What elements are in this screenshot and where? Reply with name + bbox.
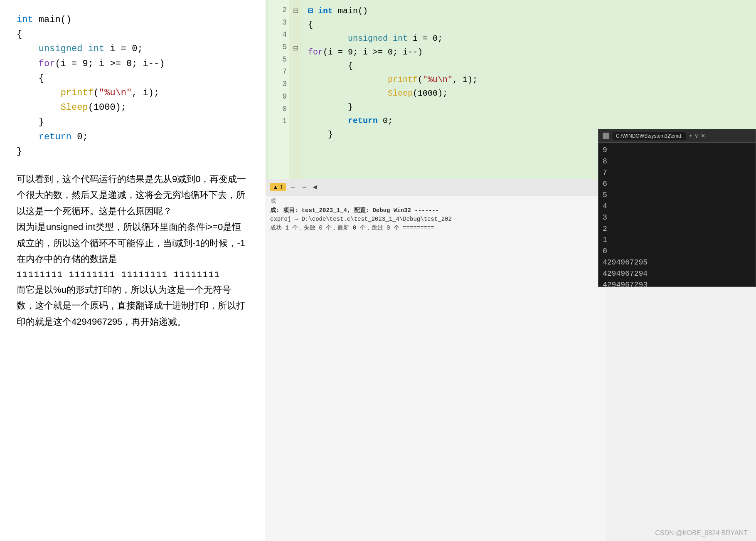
code-line-6: printf("%u\n", i); <box>17 86 249 100</box>
line-num: 0 <box>271 103 287 116</box>
ide-kw-return: return <box>348 116 378 126</box>
ide-output-area: 成 成: 项目: test_2023_1_4, 配置: Debug Win32 … <box>266 195 606 541</box>
kw-int: int <box>17 15 33 25</box>
ide-code-text: , i); <box>453 75 478 84</box>
cmd-num-9: 9 <box>603 145 751 156</box>
cmd-num-0: 0 <box>603 246 751 257</box>
left-panel: int main() { unsigned int i = 0; for(i =… <box>0 0 266 541</box>
cmd-output-numbers: 9 8 7 6 5 4 3 2 1 0 4294967295 429496729… <box>603 145 751 287</box>
code-line-9: return 0; <box>17 130 249 144</box>
ide-code-text: i = 0; <box>413 34 443 43</box>
code-line-5: { <box>17 71 249 86</box>
cmd-close[interactable]: ✕ <box>701 133 705 139</box>
line-num: 1 <box>271 115 287 128</box>
output-line-1: 成: 项目: test_2023_1_4, 配置: Debug Win32 --… <box>270 206 602 215</box>
ide-fn-printf: printf <box>388 75 418 84</box>
cmd-num-large-3: 4294967293 <box>603 279 751 287</box>
code-text: (i = 9; i >= 0; i--) <box>55 59 165 69</box>
ide-code-line-5: { <box>308 59 750 73</box>
ide-kw-int: ⊟ int <box>308 6 333 16</box>
code-line-2: { <box>17 27 249 42</box>
ide-code-line-6: printf("%u\n", i); <box>308 73 750 86</box>
line-num: 3 <box>271 78 287 91</box>
bits: 11111111 11111111 11111111 11111111 <box>17 267 249 282</box>
ide-code-line-9: return 0; <box>308 114 750 128</box>
back-arrow[interactable]: ← <box>290 183 297 191</box>
code-text: main() <box>39 15 71 25</box>
gutter-blank <box>289 79 302 91</box>
line-num: 3 <box>271 17 287 29</box>
ide-fn-sleep: Sleep <box>388 89 413 98</box>
cmd-num-large-2: 4294967294 <box>603 268 751 279</box>
collapse-icon-2[interactable]: ⊟ <box>289 42 302 54</box>
cmd-num-4: 4 <box>603 201 751 212</box>
ide-code-text: (i = 9; i >= 0; i--) <box>323 47 423 57</box>
ide-code-text: main() <box>338 6 368 16</box>
code-line-10: } <box>17 144 249 159</box>
ide-code-line-3: unsigned int i = 0; <box>308 32 750 45</box>
cmd-num-8: 8 <box>603 156 751 167</box>
ide-code-text: 0; <box>383 116 393 126</box>
ide-code-line-8: } <box>308 100 750 114</box>
cmd-plus[interactable]: + <box>689 133 692 139</box>
ide-kw-unsigned: unsigned <box>348 34 388 43</box>
ide-code-line-4: for(i = 9; i >= 0; i--) <box>308 45 750 59</box>
cmd-num-2: 2 <box>603 223 751 235</box>
line-num: 5 <box>271 54 287 66</box>
gutter-blank <box>289 17 302 29</box>
para3: 而它是以%u的形式打印的，所以认为这是一个无符号数，这个就是一个原码，直接翻译成… <box>17 282 249 330</box>
para1: 可以看到，这个代码运行的结果是先从9减到0，再变成一个很大的数，然后又是递减，这… <box>17 171 249 220</box>
code-line-7: Sleep(1000); <box>17 100 249 115</box>
fn-sleep: Sleep <box>61 102 88 113</box>
gutter-blank <box>289 54 302 67</box>
gutter-blank <box>289 67 302 79</box>
ide-kw-for: for <box>308 47 323 57</box>
cmd-num-large-1: 4294967295 <box>603 257 751 268</box>
gutter-blank <box>289 116 302 129</box>
cmd-num-1: 1 <box>603 235 751 246</box>
code-text: i = 0; <box>110 44 143 54</box>
code-line-4: for(i = 9; i >= 0; i--) <box>17 57 249 71</box>
ide-line-numbers: 2 3 4 5 5 7 3 9 0 1 <box>268 0 289 179</box>
cmd-num-7: 7 <box>603 167 751 178</box>
code-text: ( <box>94 88 99 98</box>
line-num: 2 <box>271 4 287 17</box>
error-indicator: ▲ 1 <box>270 183 286 191</box>
line-num: 4 <box>271 29 287 41</box>
cmd-body: 9 8 7 6 5 4 3 2 1 0 4294967295 429496729… <box>598 143 756 287</box>
ide-code-line-2: { <box>308 18 750 32</box>
forward-arrow[interactable]: → <box>301 183 308 191</box>
ide-kw-int2: int <box>393 34 408 43</box>
line-num: 9 <box>271 91 287 103</box>
fn-printf: printf <box>61 88 94 98</box>
prev-arrow[interactable]: ◄ <box>312 183 318 191</box>
code-line-1: int main() <box>17 12 249 27</box>
gutter-blank <box>289 104 302 116</box>
ide-code-line-1: ⊟ int main() <box>308 4 750 18</box>
kw-int2: int <box>88 44 105 54</box>
cmd-num-3: 3 <box>603 212 751 223</box>
kw-for: for <box>39 59 55 69</box>
cmd-tab[interactable]: C:\WINDOWS\system32\cmd. <box>613 132 686 140</box>
code-line-8: } <box>17 115 249 129</box>
csdn-footer: CSDN @KOBE_0824 BRYANT <box>655 529 748 537</box>
line-num: 7 <box>271 66 287 78</box>
para2: 因为i是unsigned int类型，所以循环里面的条件i>=0是恒成立的，所以… <box>17 219 249 267</box>
cmd-titlebar: C:\WINDOWS\system32\cmd. + ∨ ✕ <box>598 129 756 143</box>
ide-code-text: (1000); <box>413 89 448 98</box>
str-format: "%u\n" <box>99 88 132 98</box>
cmd-controls: + ∨ ✕ <box>689 133 705 139</box>
code-text: 0; <box>77 132 88 142</box>
main-container: int main() { unsigned int i = 0; for(i =… <box>0 0 756 541</box>
cmd-num-6: 6 <box>603 178 751 190</box>
right-panel: 2 3 4 5 5 7 3 9 0 1 ⊟ ⊟ <box>266 0 756 541</box>
cmd-window: C:\WINDOWS\system32\cmd. + ∨ ✕ 9 8 7 6 5… <box>598 129 756 287</box>
code-block-left: int main() { unsigned int i = 0; for(i =… <box>17 12 249 159</box>
cmd-chevron[interactable]: ∨ <box>694 133 699 139</box>
output-line-2: cxproj → D:\code\test.c\test_2023_1_4\De… <box>270 215 602 224</box>
cmd-num-5: 5 <box>603 190 751 201</box>
kw-return: return <box>39 132 71 142</box>
ide-str-format: "%u\n" <box>423 75 453 84</box>
output-line-3: 成功 1 个，失败 0 个，最新 0 个，跳过 0 个 ========= <box>270 224 602 232</box>
collapse-icon-1[interactable]: ⊟ <box>289 4 302 17</box>
